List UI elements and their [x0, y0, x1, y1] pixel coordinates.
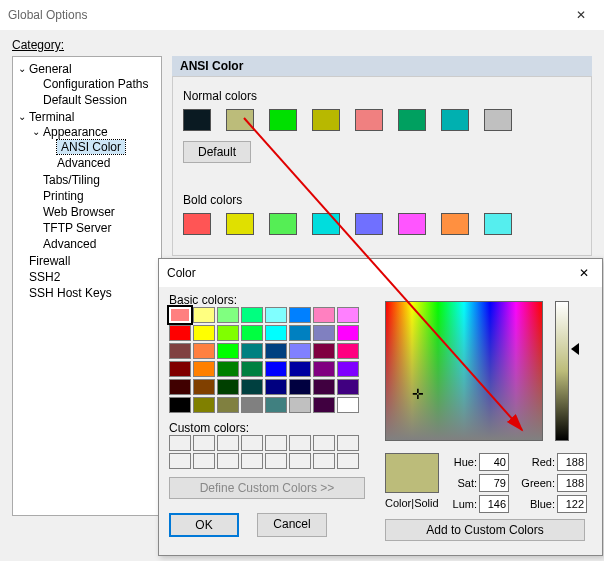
- basic-color-cell[interactable]: [193, 361, 215, 377]
- custom-color-cell[interactable]: [289, 435, 311, 451]
- custom-color-cell[interactable]: [241, 453, 263, 469]
- basic-color-cell[interactable]: [169, 379, 191, 395]
- cancel-button[interactable]: Cancel: [257, 513, 327, 537]
- chevron-down-icon[interactable]: ⌄: [17, 111, 27, 122]
- color-swatch[interactable]: [484, 213, 512, 235]
- color-swatch[interactable]: [441, 109, 469, 131]
- color-swatch[interactable]: [183, 213, 211, 235]
- red-input[interactable]: [557, 453, 587, 471]
- color-swatch[interactable]: [312, 213, 340, 235]
- basic-color-cell[interactable]: [289, 343, 311, 359]
- basic-color-cell[interactable]: [313, 361, 335, 377]
- basic-color-cell[interactable]: [217, 361, 239, 377]
- tree-item-ssh-host-keys[interactable]: SSH Host Keys: [29, 285, 159, 301]
- basic-color-cell[interactable]: [289, 361, 311, 377]
- basic-color-cell[interactable]: [337, 379, 359, 395]
- custom-color-cell[interactable]: [193, 435, 215, 451]
- basic-color-cell[interactable]: [289, 325, 311, 341]
- basic-color-cell[interactable]: [241, 307, 263, 323]
- color-swatch[interactable]: [355, 213, 383, 235]
- custom-color-cell[interactable]: [169, 435, 191, 451]
- custom-color-cell[interactable]: [241, 435, 263, 451]
- color-swatch[interactable]: [355, 109, 383, 131]
- custom-colors-grid[interactable]: [169, 435, 375, 469]
- color-swatch[interactable]: [269, 109, 297, 131]
- basic-color-cell[interactable]: [217, 325, 239, 341]
- custom-color-cell[interactable]: [337, 453, 359, 469]
- basic-color-cell[interactable]: [241, 343, 263, 359]
- basic-color-cell[interactable]: [193, 379, 215, 395]
- basic-color-cell[interactable]: [241, 379, 263, 395]
- define-custom-button[interactable]: Define Custom Colors >>: [169, 477, 365, 499]
- color-swatch[interactable]: [398, 213, 426, 235]
- custom-color-cell[interactable]: [265, 435, 287, 451]
- color-gradient[interactable]: ✛: [385, 301, 543, 441]
- sat-input[interactable]: [479, 474, 509, 492]
- tree-item-default-session[interactable]: Default Session: [43, 92, 159, 108]
- lum-input[interactable]: [479, 495, 509, 513]
- basic-color-cell[interactable]: [265, 325, 287, 341]
- basic-color-cell[interactable]: [169, 397, 191, 413]
- tree-item-general[interactable]: ⌄General Configuration Paths Default Ses…: [29, 61, 159, 109]
- tree-item-advanced-appearance[interactable]: Advanced: [57, 155, 159, 171]
- basic-color-cell[interactable]: [313, 307, 335, 323]
- basic-color-cell[interactable]: [337, 307, 359, 323]
- basic-color-cell[interactable]: [217, 307, 239, 323]
- custom-color-cell[interactable]: [313, 435, 335, 451]
- chevron-down-icon[interactable]: ⌄: [17, 63, 27, 74]
- basic-color-cell[interactable]: [289, 379, 311, 395]
- color-swatch[interactable]: [183, 109, 211, 131]
- custom-color-cell[interactable]: [313, 453, 335, 469]
- custom-color-cell[interactable]: [217, 453, 239, 469]
- tree-item-printing[interactable]: Printing: [43, 188, 159, 204]
- custom-color-cell[interactable]: [265, 453, 287, 469]
- basic-color-cell[interactable]: [217, 379, 239, 395]
- basic-color-cell[interactable]: [313, 325, 335, 341]
- color-swatch[interactable]: [398, 109, 426, 131]
- luminance-slider[interactable]: [555, 301, 569, 441]
- basic-color-cell[interactable]: [217, 343, 239, 359]
- basic-color-cell[interactable]: [193, 325, 215, 341]
- color-swatch[interactable]: [226, 109, 254, 131]
- close-icon[interactable]: ✕: [574, 266, 594, 280]
- basic-color-cell[interactable]: [265, 307, 287, 323]
- basic-color-cell[interactable]: [193, 397, 215, 413]
- color-swatch[interactable]: [312, 109, 340, 131]
- ok-button[interactable]: OK: [169, 513, 239, 537]
- basic-color-cell[interactable]: [313, 343, 335, 359]
- tree-item-firewall[interactable]: Firewall: [29, 253, 159, 269]
- color-swatch[interactable]: [484, 109, 512, 131]
- basic-color-cell[interactable]: [169, 343, 191, 359]
- tree-item-appearance[interactable]: ⌄Appearance ANSI Color Advanced: [43, 124, 159, 172]
- tree-item-terminal[interactable]: ⌄Terminal ⌄Appearance ANSI Color Advance…: [29, 109, 159, 253]
- basic-color-cell[interactable]: [289, 397, 311, 413]
- crosshair-icon[interactable]: ✛: [412, 386, 424, 402]
- basic-color-cell[interactable]: [241, 361, 263, 377]
- basic-color-cell[interactable]: [265, 379, 287, 395]
- custom-color-cell[interactable]: [169, 453, 191, 469]
- category-tree[interactable]: ⌄General Configuration Paths Default Ses…: [12, 56, 162, 516]
- tree-item-ssh2[interactable]: SSH2: [29, 269, 159, 285]
- green-input[interactable]: [557, 474, 587, 492]
- custom-color-cell[interactable]: [217, 435, 239, 451]
- tree-item-advanced-terminal[interactable]: Advanced: [43, 236, 159, 252]
- basic-color-cell[interactable]: [313, 397, 335, 413]
- basic-color-cell[interactable]: [169, 361, 191, 377]
- basic-color-cell[interactable]: [241, 325, 263, 341]
- tree-item-tabs-tiling[interactable]: Tabs/Tiling: [43, 172, 159, 188]
- tree-item-ansi-color[interactable]: ANSI Color: [57, 139, 159, 155]
- basic-color-cell[interactable]: [289, 307, 311, 323]
- basic-colors-grid[interactable]: [169, 307, 375, 413]
- color-swatch[interactable]: [441, 213, 469, 235]
- basic-color-cell[interactable]: [337, 325, 359, 341]
- basic-color-cell[interactable]: [265, 397, 287, 413]
- basic-color-cell[interactable]: [193, 307, 215, 323]
- basic-color-cell[interactable]: [217, 397, 239, 413]
- blue-input[interactable]: [557, 495, 587, 513]
- tree-item-web-browser[interactable]: Web Browser: [43, 204, 159, 220]
- basic-color-cell[interactable]: [241, 397, 263, 413]
- basic-color-cell[interactable]: [169, 325, 191, 341]
- hue-input[interactable]: [479, 453, 509, 471]
- color-swatch[interactable]: [269, 213, 297, 235]
- custom-color-cell[interactable]: [337, 435, 359, 451]
